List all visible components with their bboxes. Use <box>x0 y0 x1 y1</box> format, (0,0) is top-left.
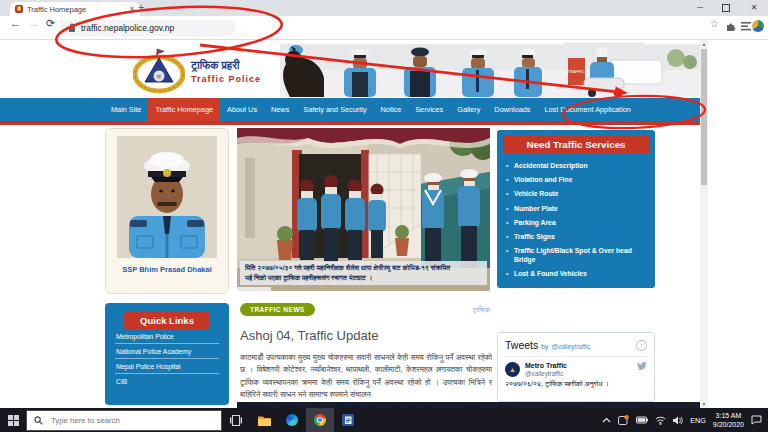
file-explorer-button[interactable] <box>250 408 278 432</box>
tab-favicon-icon <box>15 5 23 13</box>
nav-about-us[interactable]: About Us <box>220 98 264 121</box>
scroll-up-arrow[interactable]: ▲ <box>700 40 708 48</box>
forward-button[interactable]: → <box>28 17 39 29</box>
nav-main-site[interactable]: Main Site <box>104 98 148 121</box>
quick-link-national-police-academy[interactable]: National Police Academy <box>115 344 219 359</box>
brand-name-english: Traffic Police <box>191 74 261 84</box>
chrome-button[interactable] <box>306 408 334 432</box>
notification-badge-icon[interactable] <box>618 415 629 425</box>
svg-text:फ: फ <box>156 74 162 80</box>
info-icon[interactable]: i <box>636 340 647 351</box>
service-parking-area[interactable]: Parking Area <box>505 218 647 227</box>
system-tray: ENG 3:15 AM 9/20/2020 <box>602 411 768 429</box>
extensions-icon[interactable] <box>726 21 737 32</box>
news-carousel[interactable]: मिति २०७७/०५/३० गते प्रहरी महानिरीक्षक श… <box>237 128 490 291</box>
service-traffic-signs[interactable]: Traffic Signs <box>505 232 647 241</box>
metro-traffic-avatar[interactable]: ▲ <box>505 362 520 377</box>
page-scrollbar[interactable]: ▲ ▼ <box>700 40 708 408</box>
taskbar-clock[interactable]: 3:15 AM 9/20/2020 <box>713 411 744 429</box>
quick-links-title: Quick Links <box>124 312 210 329</box>
task-view-button[interactable] <box>222 408 250 432</box>
start-button[interactable] <box>0 408 26 432</box>
tweet-text: २०७७/०६/०४, ट्राफिक प्रहरीको अनुरोध । <box>505 380 647 388</box>
battery-icon[interactable] <box>636 416 648 424</box>
browser-tab[interactable]: Traffic Homepage ✕ <box>10 2 140 16</box>
officer-photo <box>117 136 217 258</box>
news-tag-link[interactable]: ट्राफिक <box>472 306 490 314</box>
scrollbar-thumb[interactable] <box>701 49 707 185</box>
officer-profile-card: SSP Bhim Prasad Dhakal <box>105 128 229 294</box>
screen: Traffic Homepage ✕ + ─ ✕ ← → ⟳ traffic.n… <box>0 0 768 432</box>
quick-link-metropolitan-police[interactable]: Metropolitan Police <box>115 329 219 344</box>
header-banner-photo: TRAFFIC <box>280 44 700 97</box>
site-brand[interactable]: फ ट्राफिक प्रहरी Traffic Police <box>133 48 261 94</box>
services-title: Need Traffic Services <box>503 136 649 153</box>
window-maximize-button[interactable] <box>714 0 738 15</box>
word-app-icon <box>342 414 354 426</box>
service-violation-and-fine[interactable]: Violation and Fine <box>505 175 647 184</box>
back-button[interactable]: ← <box>10 17 21 29</box>
tweet-account-name[interactable]: Metro Traffic <box>525 362 567 369</box>
windows-logo-icon <box>8 415 19 426</box>
news-body: काठमाडौँ उपत्यकाका मुख्य मुख्य चोकहरुमा … <box>240 352 492 402</box>
tray-expand-chevron-icon[interactable] <box>602 417 611 423</box>
new-tab-button[interactable]: + <box>138 1 144 13</box>
nav-downloads[interactable]: Downloads <box>487 98 537 121</box>
tab-close-icon[interactable]: ✕ <box>129 5 135 13</box>
address-bar[interactable]: traffic.nepalpolice.gov.np <box>60 20 236 36</box>
edge-icon <box>286 414 298 426</box>
quick-link-nepal-police-hospital[interactable]: Nepal Police Hospital <box>115 359 219 374</box>
traffic-news-badge[interactable]: TRAFFIC NEWS <box>240 303 315 316</box>
news-meta-row: TRAFFIC NEWS ट्राफिक <box>240 303 490 316</box>
service-vehicle-route[interactable]: Vehicle Route <box>505 189 647 198</box>
webpage: Feedback | eComplaint फ ट्राफिक प्रहरी T… <box>0 40 768 408</box>
clock-date: 9/20/2020 <box>713 420 744 429</box>
reload-button[interactable]: ⟳ <box>46 17 55 30</box>
news-heading[interactable]: Ashoj 04, Traffic Update <box>240 328 379 343</box>
reading-list-icon[interactable] <box>741 22 752 31</box>
window-close-button[interactable]: ✕ <box>742 0 766 15</box>
carousel-caption-line1: मिति २०७७/०५/३० गते प्रहरी महानिरीक्षक श… <box>245 263 482 273</box>
service-accidental-description[interactable]: Accidental Description <box>505 161 647 170</box>
file-explorer-icon <box>258 415 271 426</box>
nav-traffic-homepage[interactable]: Traffic Homepage <box>148 98 220 121</box>
wifi-icon[interactable] <box>655 416 666 425</box>
tweets-curator-link[interactable]: @valleytraffic <box>551 343 633 350</box>
service-lost-found-vehicles[interactable]: Lost & Found Vehicles <box>505 269 647 278</box>
taskbar-search[interactable] <box>26 410 222 431</box>
taskbar-search-input[interactable] <box>49 415 203 426</box>
need-traffic-services-box: Need Traffic Services Accidental Descrip… <box>497 130 655 288</box>
twitter-widget: Tweets by @valleytraffic i ▲ Metro Traff… <box>497 332 655 402</box>
tweet-account-handle[interactable]: @valleytraffic <box>525 370 647 377</box>
nav-lost-document-application[interactable]: Lost Document Application <box>537 98 637 121</box>
nav-news[interactable]: News <box>264 98 296 121</box>
window-minimize-button[interactable]: ─ <box>688 0 712 15</box>
service-traffic-light-black-spot[interactable]: Traffic Light/Black Spot & Over head Bri… <box>505 246 647 264</box>
language-indicator[interactable]: ENG <box>690 416 706 425</box>
brand-name-nepali: ट्राफिक प्रहरी <box>191 59 261 72</box>
search-icon <box>34 416 43 425</box>
profile-avatar[interactable] <box>752 20 764 32</box>
service-number-plate[interactable]: Number Plate <box>505 204 647 213</box>
officer-caption: SSP Bhim Prasad Dhakal <box>106 265 228 274</box>
nav-notice[interactable]: Notice <box>374 98 409 121</box>
edge-button[interactable] <box>278 408 306 432</box>
task-view-icon <box>230 415 242 426</box>
tab-title: Traffic Homepage <box>27 5 125 14</box>
lock-icon <box>68 23 76 33</box>
scroll-down-arrow[interactable]: ▼ <box>700 400 708 408</box>
bookmark-star-icon[interactable]: ☆ <box>710 18 719 29</box>
quick-link-cib[interactable]: CIB <box>115 374 219 388</box>
word-app-button[interactable] <box>334 408 362 432</box>
nav-safety-and-security[interactable]: Safety and Security <box>296 98 373 121</box>
volume-icon[interactable] <box>673 416 683 425</box>
nav-gallery[interactable]: Gallery <box>450 98 487 121</box>
carousel-caption-line2: भई निको भएका ट्राफिक प्रहरीहरूसंग स्वागत… <box>245 273 482 283</box>
carousel-caption: मिति २०७७/०५/३० गते प्रहरी महानिरीक्षक श… <box>240 261 487 285</box>
quick-links-box: Quick Links Metropolitan Police National… <box>105 303 229 405</box>
action-center-icon[interactable] <box>751 415 762 425</box>
chrome-icon <box>314 414 326 426</box>
nav-services[interactable]: Services <box>408 98 450 121</box>
banner-sign-text: TRAFFIC <box>568 69 585 74</box>
twitter-bird-icon <box>637 362 647 370</box>
